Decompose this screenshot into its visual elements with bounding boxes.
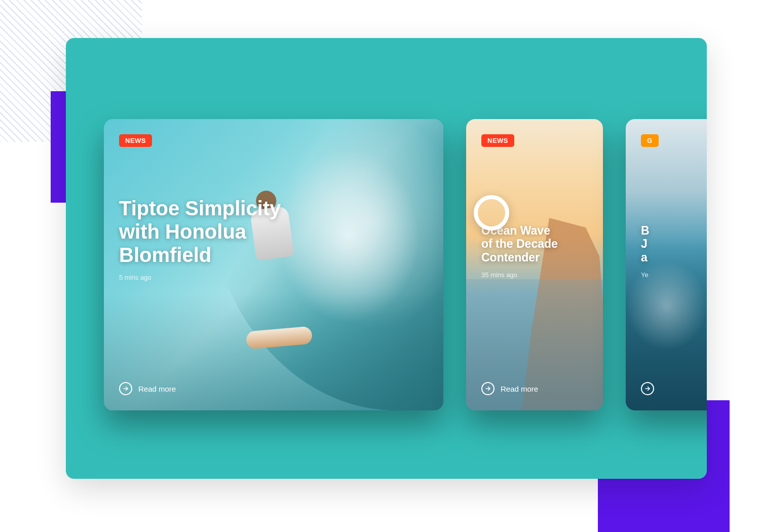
title-line: Blomfield xyxy=(119,244,211,266)
arrow-right-circle-icon xyxy=(481,382,495,395)
read-more-label: Read more xyxy=(501,385,538,393)
arrow-right-circle-icon xyxy=(119,382,132,395)
card-content: G B J a Ye xyxy=(626,119,707,410)
title-line: B xyxy=(641,224,650,237)
title-line: of the Decade xyxy=(481,237,558,250)
article-card-peek[interactable]: G B J a Ye xyxy=(626,119,707,410)
category-badge[interactable]: G xyxy=(641,134,659,147)
category-badge[interactable]: NEWS xyxy=(119,134,152,147)
title-line: Contender xyxy=(481,251,540,264)
card-timestamp: 35 mins ago xyxy=(481,271,588,279)
card-title-area: Ocean Wave of the Decade Contender 35 mi… xyxy=(481,224,588,279)
card-timestamp: Ye xyxy=(641,271,707,279)
card-content: NEWS Tiptoe Simplicity with Honolua Blom… xyxy=(104,119,443,410)
card-title: B J a xyxy=(641,224,707,264)
read-more-link[interactable]: Read more xyxy=(481,362,588,395)
main-carousel-panel: NEWS Tiptoe Simplicity with Honolua Blom… xyxy=(66,38,707,479)
article-card[interactable]: NEWS Ocean Wave of the Decade Contender … xyxy=(466,119,603,410)
card-title: Ocean Wave of the Decade Contender xyxy=(481,224,588,264)
card-content: NEWS Ocean Wave of the Decade Contender … xyxy=(466,119,603,410)
card-title: Tiptoe Simplicity with Honolua Blomfield xyxy=(119,197,428,267)
title-line: a xyxy=(641,251,648,264)
article-card-featured[interactable]: NEWS Tiptoe Simplicity with Honolua Blom… xyxy=(104,119,443,410)
title-line: J xyxy=(641,237,648,250)
title-line: with Honolua xyxy=(119,220,246,243)
read-more-link[interactable]: Read more xyxy=(119,336,428,395)
read-more-link[interactable] xyxy=(641,362,707,395)
card-title-area: B J a Ye xyxy=(641,224,707,279)
card-timestamp: 5 mins ago xyxy=(119,274,428,281)
category-badge[interactable]: NEWS xyxy=(481,134,514,147)
card-title-area: Tiptoe Simplicity with Honolua Blomfield… xyxy=(119,197,428,281)
cards-carousel[interactable]: NEWS Tiptoe Simplicity with Honolua Blom… xyxy=(104,119,707,423)
read-more-label: Read more xyxy=(138,385,176,393)
title-line: Tiptoe Simplicity xyxy=(119,197,281,219)
drag-cursor-icon xyxy=(474,195,509,231)
arrow-right-circle-icon xyxy=(641,382,654,395)
